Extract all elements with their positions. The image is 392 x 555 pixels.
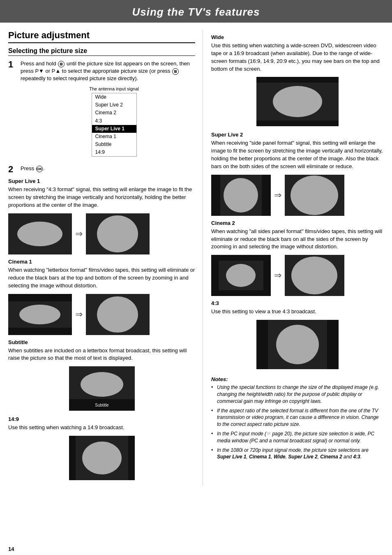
svg-rect-32 xyxy=(211,290,271,296)
super-live-2-images: ⇒ xyxy=(211,175,384,216)
cinema-1-images: ⇒ xyxy=(8,294,195,335)
svg-rect-6 xyxy=(8,328,72,335)
ok-button-icon: OK xyxy=(36,166,43,172)
menu-item-superlive2: Super Live 2 xyxy=(92,101,136,109)
cinema-2-after xyxy=(285,255,344,296)
arrow-icon: ⇒ xyxy=(274,270,281,281)
svg-point-3 xyxy=(97,215,138,252)
notes-list: Using the special functions to change th… xyxy=(211,384,384,460)
super-live-2-text: When receiving "side panel format" signa… xyxy=(211,139,384,170)
note-1: Using the special functions to change th… xyxy=(211,384,384,405)
svg-point-12 xyxy=(81,372,123,397)
menu-item-wide: Wide xyxy=(92,93,136,101)
svg-point-1 xyxy=(17,222,62,246)
svg-point-21 xyxy=(273,86,322,117)
svg-rect-24 xyxy=(262,175,271,216)
svg-point-33 xyxy=(226,264,256,287)
page-header: Using the TV's features xyxy=(0,0,392,23)
svg-rect-30 xyxy=(263,255,271,296)
svg-rect-29 xyxy=(211,255,219,296)
super-live-1-heading: Super Live 1 xyxy=(8,178,195,184)
note-3: In the PC input mode (☞ page 20), the pi… xyxy=(211,430,384,444)
svg-point-7 xyxy=(19,305,60,324)
cinema-1-before xyxy=(8,294,72,335)
svg-rect-19 xyxy=(256,77,339,83)
section-title: Picture adjustment xyxy=(8,30,195,43)
subsection-title: Selecting the picture size xyxy=(8,47,195,56)
svg-rect-16 xyxy=(128,436,135,480)
svg-text:Subtitle: Subtitle xyxy=(95,403,109,407)
note-2: If the aspect ratio of the selected form… xyxy=(211,407,384,428)
cinema-2-text: When watching "all sides panel format" f… xyxy=(211,228,384,251)
subtitle-text: When subtitles are included on a letterb… xyxy=(8,347,195,363)
svg-rect-23 xyxy=(211,175,220,216)
cinema-1-after xyxy=(86,294,150,335)
149-heading: 14:9 xyxy=(8,416,195,422)
svg-rect-20 xyxy=(256,120,339,126)
subtitle-screen: Subtitle xyxy=(69,366,135,411)
cinema-1-text: When watching "letterbox format" films/v… xyxy=(8,266,195,290)
step-1-number: 1 xyxy=(8,60,17,161)
super-live-2-before xyxy=(211,175,271,216)
cinema-2-images: ⇒ xyxy=(211,255,384,296)
menu-item-superlive1-selected: Super Live 1 xyxy=(92,125,136,133)
menu-diagram: The antenna input signal Wide Super Live… xyxy=(33,86,195,157)
svg-point-39 xyxy=(276,325,319,364)
left-column: Picture adjustment Selecting the picture… xyxy=(8,30,203,486)
arrow-icon: ⇒ xyxy=(274,190,281,201)
43-image xyxy=(211,320,384,370)
super-live-1-before xyxy=(8,213,72,254)
page-title: Using the TV's features xyxy=(0,6,392,18)
arrow-icon: ⇒ xyxy=(75,229,83,239)
wide-text: Use this setting when watching a wide-sc… xyxy=(211,42,384,73)
step-2: 2 Press OK. xyxy=(8,165,195,174)
wide-image xyxy=(211,77,384,127)
note-4: In the 1080i or 720p input signal mode, … xyxy=(211,447,384,461)
super-live-1-after xyxy=(86,213,150,254)
arrow-icon: ⇒ xyxy=(75,309,83,320)
svg-rect-31 xyxy=(211,255,271,261)
subtitle-image: Subtitle xyxy=(8,366,195,412)
menu-label: The antenna input signal xyxy=(33,86,195,92)
step-1: 1 Press and hold ⊞ until the picture siz… xyxy=(8,60,195,161)
svg-point-17 xyxy=(82,442,122,474)
notes-section: Notes: Using the special functions to ch… xyxy=(211,376,384,460)
svg-rect-38 xyxy=(327,320,339,369)
svg-point-35 xyxy=(291,257,337,294)
super-live-2-heading: Super Live 2 xyxy=(211,132,384,138)
svg-rect-15 xyxy=(69,436,76,480)
svg-rect-5 xyxy=(8,294,72,301)
super-live-1-images: ⇒ xyxy=(8,213,195,254)
step-2-content: Press OK. xyxy=(21,165,195,174)
149-image xyxy=(8,436,195,481)
notes-title: Notes: xyxy=(211,376,384,382)
menu-item-43: 4:3 xyxy=(92,117,136,125)
cinema-2-heading: Cinema 2 xyxy=(211,220,384,226)
page-number: 14 xyxy=(8,546,14,552)
super-live-2-after xyxy=(285,175,344,216)
step-1-text: Press and hold ⊞ until the picture size … xyxy=(21,60,190,81)
cinema-2-before xyxy=(211,255,271,296)
wide-heading: Wide xyxy=(211,34,384,40)
svg-point-27 xyxy=(291,176,338,215)
149-screen xyxy=(69,436,135,480)
menu-list: Wide Super Live 2 Cinema 2 4:3 Super Liv… xyxy=(92,93,137,157)
svg-point-25 xyxy=(224,178,258,213)
cinema-1-heading: Cinema 1 xyxy=(8,259,195,265)
svg-rect-37 xyxy=(256,320,268,369)
svg-point-9 xyxy=(97,296,138,333)
43-heading: 4:3 xyxy=(211,300,384,306)
43-text: Use this setting to view a true 4:3 broa… xyxy=(211,308,384,316)
menu-item-subtitle: Subtitle xyxy=(92,141,136,148)
right-column: Wide Use this setting when watching a wi… xyxy=(211,30,384,486)
step-2-number: 2 xyxy=(8,165,17,174)
menu-item-cinema1: Cinema 1 xyxy=(92,133,136,141)
super-live-1-text: When receiving "4:3 format" signal, this… xyxy=(8,186,195,209)
menu-item-cinema2: Cinema 2 xyxy=(92,109,136,117)
menu-item-149: 14:9 xyxy=(92,148,136,156)
step-1-content: Press and hold ⊞ until the picture size … xyxy=(21,60,195,161)
format-button-icon2: ⊞ xyxy=(172,68,179,75)
wide-screen xyxy=(256,77,339,126)
149-text: Use this setting when watching a 14:9 br… xyxy=(8,424,195,432)
43-screen xyxy=(256,320,339,369)
